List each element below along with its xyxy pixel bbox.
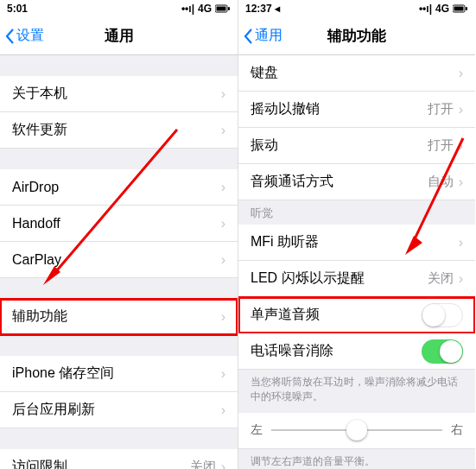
- chevron-right-icon: ›: [221, 309, 225, 325]
- status-bar: 5:01 ••ı|4G: [0, 0, 238, 17]
- row-label: iPhone 储存空间: [12, 364, 221, 383]
- row-label: 摇动以撤销: [251, 100, 428, 118]
- row-label: 音频通话方式: [251, 173, 428, 191]
- accessibility-screen: 12:37 ◂ ••ı|4G 通用 辅助功能 键盘› 摇动以撤销打开› 振动打开…: [238, 0, 475, 469]
- chevron-right-icon: ›: [221, 123, 225, 138]
- section-header-hearing: 听觉: [238, 200, 475, 225]
- row-label: 单声道音频: [251, 306, 422, 324]
- chevron-right-icon: ›: [221, 252, 225, 268]
- status-time: 12:37 ◂: [245, 3, 280, 15]
- row-label: 键盘: [251, 64, 459, 82]
- row-value: 自动: [428, 174, 454, 190]
- row-mono-audio[interactable]: 单声道音频: [238, 297, 475, 333]
- row-balance-slider: 左 右: [238, 413, 475, 449]
- settings-general-screen: 5:01 ••ı|4G 设置 通用 关于本机› 软件更新› AirDrop› H…: [0, 0, 238, 469]
- mono-audio-toggle[interactable]: [422, 303, 463, 327]
- balance-right-label: 右: [451, 422, 463, 438]
- chevron-right-icon: ›: [221, 402, 225, 418]
- row-label: 后台应用刷新: [12, 401, 221, 419]
- chevron-right-icon: ›: [459, 271, 463, 287]
- row-label: 振动: [251, 136, 428, 155]
- row-label: Handoff: [12, 216, 221, 231]
- back-button[interactable]: 通用: [238, 27, 282, 45]
- row-label: AirDrop: [12, 180, 221, 195]
- chevron-right-icon: ›: [221, 86, 225, 102]
- row-value: 关闭: [190, 459, 216, 469]
- row-label: 辅助功能: [12, 307, 221, 326]
- chevron-right-icon: ›: [459, 102, 463, 117]
- svg-rect-7: [466, 7, 467, 10]
- row-restrictions[interactable]: 访问限制关闭›: [0, 449, 238, 469]
- row-storage[interactable]: iPhone 储存空间›: [0, 356, 238, 392]
- row-value: 打开: [428, 101, 454, 117]
- noise-cancel-toggle[interactable]: [422, 339, 463, 364]
- nav-bar: 设置 通用: [0, 17, 238, 55]
- row-handoff[interactable]: Handoff›: [0, 206, 238, 242]
- status-bar: 12:37 ◂ ••ı|4G: [238, 0, 475, 17]
- row-vibration[interactable]: 振动打开›: [238, 128, 475, 164]
- status-signal: ••ı|4G: [181, 3, 231, 15]
- chevron-right-icon: ›: [221, 180, 225, 195]
- nav-bar: 通用 辅助功能: [238, 17, 475, 55]
- row-label: 电话噪音消除: [251, 342, 422, 360]
- chevron-right-icon: ›: [221, 366, 225, 382]
- row-software-update[interactable]: 软件更新›: [0, 112, 238, 149]
- row-airdrop[interactable]: AirDrop›: [0, 169, 238, 206]
- chevron-right-icon: ›: [459, 66, 463, 81]
- row-keyboard[interactable]: 键盘›: [238, 55, 475, 92]
- noise-cancel-note: 当您将听筒放在耳边时，噪声消除将减少电话中的环境噪声。: [238, 370, 475, 413]
- row-mfi-hearing[interactable]: MFi 助听器›: [238, 225, 475, 261]
- balance-slider[interactable]: [271, 429, 442, 431]
- chevron-right-icon: ›: [221, 459, 225, 470]
- row-carplay[interactable]: CarPlay›: [0, 242, 238, 278]
- row-label: CarPlay: [12, 252, 221, 268]
- chevron-right-icon: ›: [221, 216, 225, 231]
- row-label: 访问限制: [12, 458, 190, 469]
- chevron-right-icon: ›: [459, 235, 463, 250]
- row-call-audio-routing[interactable]: 音频通话方式自动›: [238, 164, 475, 200]
- row-led-flash[interactable]: LED 闪烁以示提醒关闭›: [238, 261, 475, 297]
- chevron-right-icon: ›: [459, 138, 463, 154]
- status-time: 5:01: [7, 3, 28, 15]
- row-noise-cancel[interactable]: 电话噪音消除: [238, 333, 475, 370]
- row-value: 关闭: [428, 270, 454, 287]
- row-about[interactable]: 关于本机›: [0, 76, 238, 112]
- row-label: MFi 助听器: [251, 233, 459, 251]
- svg-rect-6: [454, 7, 464, 11]
- balance-note: 调节左右声道的音量平衡。: [238, 449, 475, 469]
- row-label: LED 闪烁以示提醒: [251, 269, 428, 288]
- row-label: 关于本机: [12, 85, 221, 103]
- chevron-right-icon: ›: [459, 174, 463, 190]
- status-signal: ••ı|4G: [419, 3, 468, 15]
- row-accessibility[interactable]: 辅助功能›: [0, 299, 238, 335]
- row-background-refresh[interactable]: 后台应用刷新›: [0, 392, 238, 428]
- row-label: 软件更新: [12, 121, 221, 139]
- svg-rect-2: [228, 7, 230, 10]
- back-button[interactable]: 设置: [0, 27, 44, 45]
- balance-left-label: 左: [251, 422, 263, 438]
- svg-rect-1: [217, 7, 226, 11]
- back-label: 设置: [16, 27, 44, 45]
- row-shake-undo[interactable]: 摇动以撤销打开›: [238, 92, 475, 128]
- row-value: 打开: [428, 137, 454, 154]
- back-label: 通用: [255, 27, 282, 45]
